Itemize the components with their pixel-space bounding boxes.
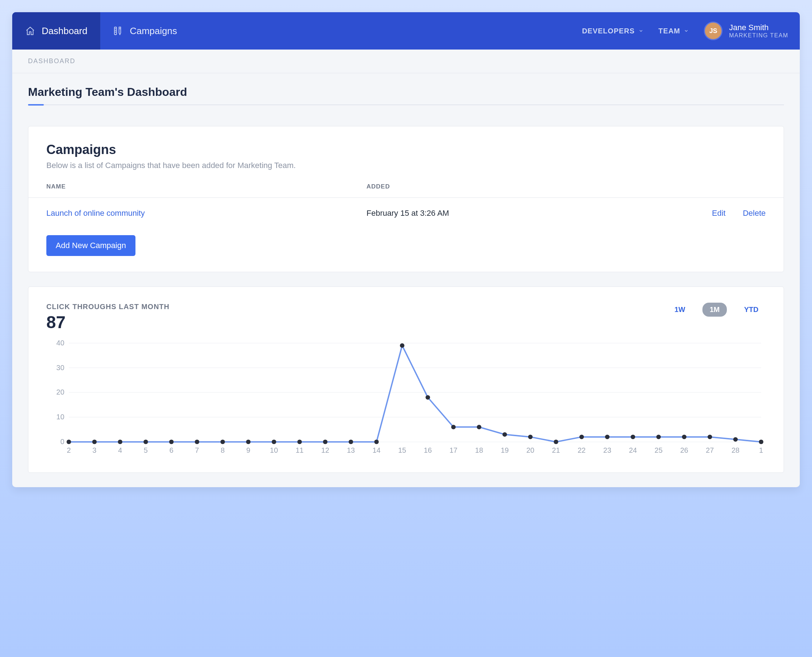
home-icon xyxy=(25,26,35,36)
chart-label: CLICK THROUGHS LAST MONTH xyxy=(46,303,170,311)
campaigns-table: NAME ADDED Launch of online community Fe… xyxy=(46,183,766,229)
svg-point-38 xyxy=(759,440,764,444)
user-meta: Jane Smith MARKETING TEAM xyxy=(729,23,788,39)
svg-text:7: 7 xyxy=(195,446,199,454)
user-role: MARKETING TEAM xyxy=(729,32,788,39)
svg-text:22: 22 xyxy=(578,446,586,454)
svg-text:9: 9 xyxy=(247,446,250,454)
svg-text:15: 15 xyxy=(398,446,406,454)
svg-point-23 xyxy=(375,440,379,444)
chart: 0102030402345678910111213141516171819202… xyxy=(46,339,766,457)
nav-label: Campaigns xyxy=(130,25,177,37)
svg-text:20: 20 xyxy=(56,388,64,396)
chevron-down-icon xyxy=(684,27,689,35)
svg-text:1: 1 xyxy=(759,446,763,454)
svg-text:5: 5 xyxy=(144,446,148,454)
chart-card: CLICK THROUGHS LAST MONTH 87 1W 1M YTD 0… xyxy=(28,286,784,473)
svg-point-13 xyxy=(118,440,122,444)
svg-text:27: 27 xyxy=(706,446,714,454)
svg-text:12: 12 xyxy=(321,446,329,454)
delete-link[interactable]: Delete xyxy=(743,209,766,218)
menu-label: DEVELOPERS xyxy=(582,27,635,35)
svg-text:19: 19 xyxy=(501,446,509,454)
svg-point-29 xyxy=(528,435,533,439)
svg-point-25 xyxy=(425,395,430,400)
svg-point-22 xyxy=(348,440,353,444)
svg-text:13: 13 xyxy=(347,446,354,454)
svg-point-34 xyxy=(656,435,661,439)
topbar: Dashboard Campaigns DEVELOPERS xyxy=(12,12,800,50)
svg-point-12 xyxy=(92,440,97,444)
svg-point-35 xyxy=(682,435,687,439)
svg-point-14 xyxy=(144,440,148,444)
svg-text:14: 14 xyxy=(373,446,381,454)
svg-point-31 xyxy=(579,435,584,439)
svg-text:23: 23 xyxy=(603,446,611,454)
svg-point-19 xyxy=(272,440,276,444)
nav-label: Dashboard xyxy=(42,25,87,37)
svg-text:40: 40 xyxy=(56,339,64,347)
avatar: JS xyxy=(704,22,723,40)
svg-point-16 xyxy=(195,440,200,444)
add-campaign-button[interactable]: Add New Campaign xyxy=(46,235,136,256)
svg-text:11: 11 xyxy=(296,446,304,454)
nav-dashboard[interactable]: Dashboard xyxy=(12,12,100,50)
chevron-down-icon xyxy=(639,27,643,35)
svg-point-33 xyxy=(631,435,635,439)
svg-rect-0 xyxy=(115,27,117,35)
range-ytd[interactable]: YTD xyxy=(737,303,766,317)
nav-campaigns[interactable]: Campaigns xyxy=(100,12,190,50)
nav-left: Dashboard Campaigns xyxy=(12,12,190,50)
menu-team[interactable]: TEAM xyxy=(659,27,689,35)
svg-point-24 xyxy=(400,343,404,348)
svg-text:10: 10 xyxy=(270,446,278,454)
svg-point-28 xyxy=(503,432,508,437)
svg-text:24: 24 xyxy=(629,446,637,454)
range-1w[interactable]: 1W xyxy=(667,303,692,317)
svg-point-17 xyxy=(220,440,225,444)
svg-point-37 xyxy=(733,437,738,442)
page-head: Marketing Team's Dashboard xyxy=(12,73,800,112)
svg-point-27 xyxy=(477,425,481,430)
breadcrumb: DASHBOARD xyxy=(12,50,800,73)
svg-point-20 xyxy=(298,440,302,444)
table-row: Launch of online community February 15 a… xyxy=(46,198,766,229)
svg-point-36 xyxy=(707,435,712,439)
svg-text:6: 6 xyxy=(169,446,173,454)
range-toggle: 1W 1M YTD xyxy=(667,303,766,317)
edit-link[interactable]: Edit xyxy=(712,209,725,218)
table-header: NAME ADDED xyxy=(46,183,766,198)
col-added: ADDED xyxy=(367,183,687,190)
svg-text:4: 4 xyxy=(118,446,122,454)
svg-text:25: 25 xyxy=(654,446,662,454)
user-name: Jane Smith xyxy=(729,23,788,32)
campaigns-subtitle: Below is a list of Campaigns that have b… xyxy=(46,161,766,170)
svg-text:28: 28 xyxy=(731,446,739,454)
svg-text:30: 30 xyxy=(56,364,64,372)
campaign-added: February 15 at 3:26 AM xyxy=(367,209,687,218)
user-chip[interactable]: JS Jane Smith MARKETING TEAM xyxy=(704,22,788,40)
svg-point-21 xyxy=(323,440,328,444)
svg-point-15 xyxy=(169,440,174,444)
nav-right: DEVELOPERS TEAM JS Jane Smith MARKETING … xyxy=(582,12,800,50)
svg-text:21: 21 xyxy=(552,446,560,454)
page-title: Marketing Team's Dashboard xyxy=(28,86,784,99)
ruler-pencil-icon xyxy=(113,26,123,36)
svg-point-30 xyxy=(554,440,558,444)
svg-text:8: 8 xyxy=(220,446,225,454)
range-1m[interactable]: 1M xyxy=(703,303,727,317)
col-name: NAME xyxy=(46,183,367,190)
app-shell: Dashboard Campaigns DEVELOPERS xyxy=(12,12,800,487)
svg-text:20: 20 xyxy=(526,446,534,454)
chart-total: 87 xyxy=(46,312,170,332)
svg-text:16: 16 xyxy=(424,446,432,454)
title-underline xyxy=(28,104,784,105)
campaign-name-link[interactable]: Launch of online community xyxy=(46,209,367,218)
svg-text:0: 0 xyxy=(60,437,64,445)
svg-point-18 xyxy=(246,440,251,444)
svg-text:26: 26 xyxy=(680,446,688,454)
menu-label: TEAM xyxy=(659,27,681,35)
menu-developers[interactable]: DEVELOPERS xyxy=(582,27,643,35)
svg-text:2: 2 xyxy=(67,446,71,454)
campaigns-title: Campaigns xyxy=(46,142,766,157)
